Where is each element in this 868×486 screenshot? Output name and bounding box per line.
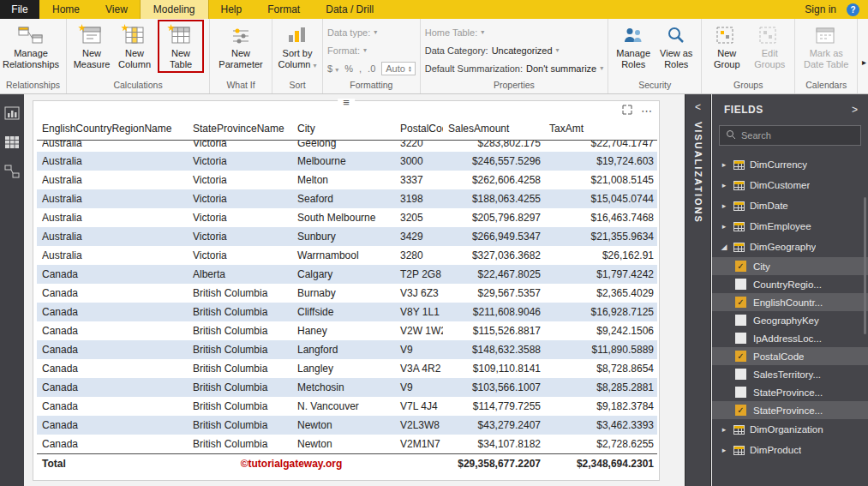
field-checkbox[interactable]: ✓ — [735, 351, 746, 362]
table-cell: $19,724.603 — [544, 152, 657, 171]
sign-in-button[interactable]: Sign in — [805, 3, 836, 15]
table-cell: $9,182.3784 — [544, 397, 657, 416]
fields-table-item[interactable]: ▸DimProduct — [712, 440, 868, 460]
column-header[interactable]: EnglishCountryRegionName — [37, 117, 188, 141]
fields-table-item[interactable]: ▸DimOrganization — [712, 419, 868, 440]
field-checkbox[interactable]: ✓ — [735, 261, 746, 272]
manage-roles-button[interactable]: Manage Roles — [613, 21, 654, 69]
fields-field-item[interactable]: SalesTerritory... — [712, 365, 868, 383]
table-cell: British Columbia — [188, 435, 292, 453]
expand-visualizations-icon[interactable]: < — [685, 101, 710, 113]
field-checkbox[interactable] — [735, 387, 746, 398]
expand-icon[interactable]: ▸ — [720, 201, 728, 210]
model-view-icon[interactable] — [4, 165, 20, 178]
new-parameter-button[interactable]: New Parameter — [214, 21, 267, 69]
manage-relationships-button[interactable]: Manage Relationships — [4, 21, 57, 69]
field-checkbox[interactable]: ✓ — [735, 297, 746, 308]
decimal-places-button[interactable]: .0 — [368, 63, 375, 74]
expand-icon[interactable]: ▸ — [720, 181, 728, 189]
table-icon — [733, 181, 745, 190]
fields-pane: FIELDS > ▸DimCurrency▸DimCustomer▸DimDat… — [712, 94, 868, 486]
fields-field-item[interactable]: StateProvince... — [712, 383, 868, 401]
help-icon[interactable]: ? — [847, 3, 859, 16]
stepper-arrows-icon[interactable]: ▴▾ — [409, 65, 411, 73]
mark-as-date-table-button[interactable]: Mark as Date Table — [799, 21, 853, 69]
column-header[interactable]: SalesAmount — [443, 117, 544, 141]
tab-home[interactable]: Home — [39, 0, 93, 19]
field-checkbox[interactable] — [735, 369, 746, 380]
fields-field-item[interactable]: ✓City — [712, 257, 868, 275]
fields-table-item[interactable]: ▸DimEmployee — [712, 216, 868, 237]
expand-icon[interactable]: ▸ — [720, 222, 728, 231]
thousands-separator-button[interactable]: , — [359, 63, 362, 74]
collapse-icon[interactable]: ◢ — [720, 243, 728, 251]
expand-icon[interactable]: ▸ — [720, 425, 728, 434]
field-checkbox[interactable]: ✓ — [735, 405, 746, 416]
fields-table-item[interactable]: ▸DimCustomer — [712, 175, 868, 195]
fields-table-item[interactable]: ▸DimCurrency — [712, 154, 868, 175]
tab-help[interactable]: Help — [208, 0, 255, 19]
home-table-dropdown[interactable]: Home Table: ▾ — [425, 24, 604, 40]
field-checkbox[interactable] — [735, 333, 746, 344]
fields-table-item[interactable]: ◢DimGeography — [712, 237, 868, 257]
fields-field-item[interactable]: GeographyKey — [712, 311, 868, 329]
table-cell: $8,728.8654 — [544, 359, 657, 378]
table-row: CanadaBritish ColumbiaNewtonV2L3W8$43,27… — [37, 416, 657, 435]
table-cell: Canada — [37, 321, 188, 340]
currency-format-button[interactable]: $ ▾ — [327, 63, 338, 74]
collapse-fields-icon[interactable]: > — [852, 104, 858, 116]
field-checkbox[interactable] — [735, 279, 746, 290]
fields-field-item[interactable]: ✓EnglishCountr... — [712, 293, 868, 311]
data-view-icon[interactable] — [4, 135, 20, 149]
data-category-dropdown[interactable]: Data Category: Uncategorized ▾ — [425, 42, 604, 58]
default-summarization-dropdown[interactable]: Default Summarization: Don't summarize ▾ — [425, 60, 604, 76]
new-group-button[interactable]: New Group — [706, 21, 747, 69]
fields-table-item[interactable]: ▸DimDate — [712, 195, 868, 216]
table-icon — [733, 243, 745, 252]
table-cell: 3000 — [395, 152, 443, 171]
table-cell: South Melbourne — [292, 208, 395, 227]
visualizations-pane-collapsed[interactable]: < VISUALIZATIONS — [685, 94, 711, 486]
sort-by-column-button[interactable]: Sort by Column ▾ — [277, 21, 318, 69]
column-header[interactable]: TaxAmt — [544, 117, 657, 141]
percent-format-button[interactable]: % — [344, 63, 353, 74]
column-header[interactable]: StateProvinceName — [188, 117, 292, 141]
more-options-icon[interactable]: ⋯ — [641, 108, 652, 115]
drag-handle[interactable]: ≡ — [338, 99, 355, 107]
column-header[interactable]: PostalCode — [395, 117, 443, 141]
field-checkbox[interactable] — [735, 315, 746, 326]
fields-field-item[interactable]: ✓StateProvince... — [712, 401, 868, 419]
table-visual[interactable]: ≡ ⋯ EnglishCountryRegionNameStateProvinc… — [33, 100, 660, 481]
file-menu-button[interactable]: File — [0, 0, 39, 19]
edit-groups-button[interactable]: Edit Groups — [749, 21, 790, 69]
tab-format[interactable]: Format — [254, 0, 313, 19]
new-table-button[interactable]: New Table — [160, 21, 201, 69]
column-header[interactable]: City — [292, 117, 395, 141]
ribbon-group-properties: Home Table: ▾ Data Category: Uncategoriz… — [421, 19, 609, 93]
report-view-icon[interactable] — [4, 106, 20, 120]
focus-mode-icon[interactable] — [622, 105, 632, 117]
new-measure-button[interactable]: New Measure — [71, 21, 112, 69]
expand-icon[interactable]: ▸ — [720, 446, 728, 454]
table-cell: $43,279.2407 — [443, 416, 544, 435]
search-input[interactable] — [741, 130, 854, 141]
decimal-auto-stepper[interactable]: Auto ▴▾ — [381, 62, 415, 75]
data-type-dropdown[interactable]: Data type: ▾ — [327, 24, 416, 40]
dropdown-icon: ▾ — [556, 46, 560, 54]
fields-field-item[interactable]: IpAddressLoc... — [712, 329, 868, 347]
fields-tree: ▸DimCurrency▸DimCustomer▸DimDate▸DimEmpl… — [712, 154, 868, 460]
tab-view[interactable]: View — [93, 0, 141, 19]
table-row: CanadaBritish ColumbiaCliffsideV8Y 1L1$2… — [37, 303, 657, 321]
fields-scrollbar[interactable] — [864, 197, 866, 334]
fields-field-item[interactable]: CountryRegio... — [712, 275, 868, 293]
new-column-button[interactable]: New Column — [114, 21, 155, 69]
tab-data-drill[interactable]: Data / Drill — [313, 0, 386, 19]
ribbon-overflow-icon[interactable]: ▸ — [862, 57, 866, 67]
fields-search[interactable] — [719, 125, 861, 146]
view-as-roles-button[interactable]: View as Roles — [655, 21, 697, 69]
format-dropdown[interactable]: Format: ▾ — [327, 42, 416, 58]
fields-field-item[interactable]: ✓PostalCode — [712, 347, 868, 365]
tab-modeling[interactable]: Modeling — [141, 0, 208, 19]
expand-icon[interactable]: ▸ — [720, 160, 728, 169]
report-canvas: ≡ ⋯ EnglishCountryRegionNameStateProvinc… — [24, 94, 685, 486]
